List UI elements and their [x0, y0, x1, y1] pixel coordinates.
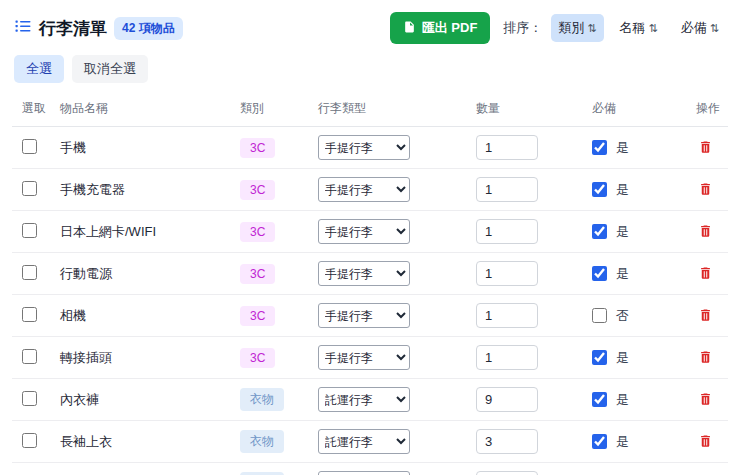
- essential-checkbox[interactable]: [592, 434, 607, 449]
- delete-item-button[interactable]: [696, 431, 715, 451]
- luggage-type-select[interactable]: 手提行李: [318, 345, 410, 370]
- row-select-checkbox[interactable]: [22, 139, 37, 154]
- essential-checkbox[interactable]: [592, 308, 607, 323]
- table-row: 行動電源 3C 手提行李 是: [12, 253, 728, 295]
- luggage-type-select[interactable]: 託運行李: [318, 471, 410, 475]
- essential-checkbox[interactable]: [592, 140, 607, 155]
- quantity-input[interactable]: [476, 261, 538, 286]
- trash-icon: [698, 227, 713, 242]
- luggage-type-select[interactable]: 手提行李: [318, 177, 410, 202]
- category-badge: 衣物: [240, 388, 284, 411]
- quantity-input[interactable]: [476, 387, 538, 412]
- essential-checkbox[interactable]: [592, 182, 607, 197]
- export-pdf-button[interactable]: 匯出 PDF: [390, 12, 491, 44]
- category-badge: 3C: [240, 264, 275, 284]
- essential-checkbox[interactable]: [592, 350, 607, 365]
- trash-icon: [698, 311, 713, 326]
- luggage-type-cell: 手提行李: [318, 135, 476, 160]
- essential-checkbox[interactable]: [592, 266, 607, 281]
- item-name: 內衣褲: [60, 391, 240, 409]
- luggage-type-cell: 手提行李: [318, 177, 476, 202]
- quantity-cell: [476, 429, 592, 454]
- sort-by-essential-button[interactable]: 必備 ⇅: [674, 14, 726, 42]
- actions-cell: [696, 305, 738, 326]
- quantity-cell: [476, 471, 592, 475]
- row-select-checkbox[interactable]: [22, 223, 37, 238]
- sort-by-category-button[interactable]: 類別 ⇅: [551, 14, 603, 42]
- list-icon: [14, 17, 32, 39]
- item-name: 日本上網卡/WIFI: [60, 223, 240, 241]
- quantity-input[interactable]: [476, 135, 538, 160]
- actions-cell: [696, 347, 738, 368]
- pdf-file-icon: [403, 20, 416, 37]
- row-select-cell: [22, 391, 60, 409]
- essential-cell: 是: [592, 139, 696, 157]
- category-cell: 3C: [240, 138, 318, 158]
- sort-by-name-button[interactable]: 名稱 ⇅: [613, 14, 665, 42]
- essential-label: 是: [616, 181, 629, 199]
- quantity-input[interactable]: [476, 345, 538, 370]
- quantity-input[interactable]: [476, 177, 538, 202]
- trash-icon: [698, 437, 713, 452]
- col-header-luggage-type: 行李類型: [318, 100, 476, 117]
- trash-icon: [698, 143, 713, 158]
- sort-label: 排序：: [503, 19, 542, 37]
- row-select-checkbox[interactable]: [22, 307, 37, 322]
- sort-arrows-icon: ⇅: [649, 22, 658, 35]
- item-name: 長袖上衣: [60, 433, 240, 451]
- table-row: 長褲/短褲 衣物 託運行李 是: [12, 463, 728, 475]
- col-header-essential: 必備: [592, 100, 696, 117]
- essential-label: 是: [616, 223, 629, 241]
- quantity-input[interactable]: [476, 219, 538, 244]
- page-title: 行李清單: [39, 17, 107, 40]
- delete-item-button[interactable]: [696, 347, 715, 367]
- category-cell: 3C: [240, 306, 318, 326]
- category-badge: 衣物: [240, 430, 284, 453]
- actions-cell: [696, 431, 738, 452]
- header-controls: 匯出 PDF 排序： 類別 ⇅ 名稱 ⇅ 必備 ⇅: [390, 12, 726, 44]
- table-row: 手機 3C 手提行李 是: [12, 127, 728, 169]
- delete-item-button[interactable]: [696, 221, 715, 241]
- col-header-actions: 操作: [696, 100, 738, 117]
- trash-icon: [698, 269, 713, 284]
- essential-checkbox[interactable]: [592, 392, 607, 407]
- category-cell: 衣物: [240, 388, 318, 411]
- luggage-type-select[interactable]: 託運行李: [318, 429, 410, 454]
- essential-checkbox[interactable]: [592, 224, 607, 239]
- luggage-type-select[interactable]: 手提行李: [318, 135, 410, 160]
- actions-cell: [696, 389, 738, 410]
- essential-cell: 是: [592, 181, 696, 199]
- actions-cell: [696, 221, 738, 242]
- row-select-checkbox[interactable]: [22, 433, 37, 448]
- quantity-input[interactable]: [476, 429, 538, 454]
- quantity-input[interactable]: [476, 471, 538, 475]
- row-select-checkbox[interactable]: [22, 181, 37, 196]
- delete-item-button[interactable]: [696, 389, 715, 409]
- row-select-checkbox[interactable]: [22, 349, 37, 364]
- luggage-type-select[interactable]: 託運行李: [318, 387, 410, 412]
- row-select-checkbox[interactable]: [22, 265, 37, 280]
- deselect-all-button[interactable]: 取消全選: [72, 55, 148, 83]
- item-name: 行動電源: [60, 265, 240, 283]
- quantity-input[interactable]: [476, 303, 538, 328]
- quantity-cell: [476, 345, 592, 370]
- col-header-select: 選取: [22, 100, 60, 117]
- essential-label: 是: [616, 265, 629, 283]
- category-badge: 3C: [240, 222, 275, 242]
- luggage-type-cell: 手提行李: [318, 345, 476, 370]
- delete-item-button[interactable]: [696, 305, 715, 325]
- essential-cell: 是: [592, 265, 696, 283]
- category-badge: 3C: [240, 180, 275, 200]
- essential-label: 是: [616, 433, 629, 451]
- quantity-cell: [476, 177, 592, 202]
- luggage-type-select[interactable]: 手提行李: [318, 219, 410, 244]
- row-select-checkbox[interactable]: [22, 391, 37, 406]
- luggage-type-select[interactable]: 手提行李: [318, 303, 410, 328]
- delete-item-button[interactable]: [696, 263, 715, 283]
- luggage-type-select[interactable]: 手提行李: [318, 261, 410, 286]
- select-all-button[interactable]: 全選: [14, 55, 64, 83]
- essential-label: 是: [616, 349, 629, 367]
- delete-item-button[interactable]: [696, 179, 715, 199]
- category-cell: 3C: [240, 264, 318, 284]
- delete-item-button[interactable]: [696, 137, 715, 157]
